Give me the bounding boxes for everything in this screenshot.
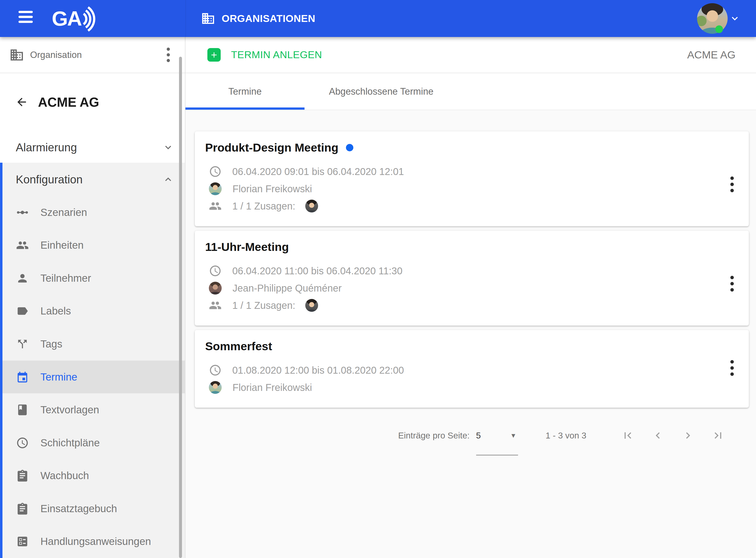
sidebar-context-label: Organisation (30, 50, 82, 60)
organizer-name: Florian Freikowski (233, 183, 312, 195)
clipboard-icon (16, 469, 29, 482)
book-icon (16, 403, 29, 416)
sidebar-item-labels[interactable]: Labels (0, 295, 185, 328)
main-toolbar: TERMIN ANLEGEN ACME AG (186, 37, 756, 73)
signal-arcs-icon (80, 5, 100, 32)
organizer-avatar (209, 381, 222, 394)
tab-bar: Termine Abgeschlossene Termine (186, 73, 756, 110)
tab-termine[interactable]: Termine (186, 73, 304, 110)
sidebar-nav-list: Szenarien Einheiten (0, 196, 185, 558)
split-icon (16, 338, 29, 351)
sidebar: Organisation ACME AG Alarmierung Konfigu… (0, 37, 186, 558)
sidebar-item-wachbuch[interactable]: Wachbuch (0, 459, 185, 492)
clipboard-icon (16, 502, 29, 515)
termin-menu-icon[interactable] (725, 356, 739, 380)
sidebar-scrollbar[interactable] (179, 57, 182, 558)
group-icon (16, 239, 29, 252)
termin-menu-icon[interactable] (725, 173, 739, 196)
organizer-name: Jean-Philippe Quéméner (233, 283, 342, 294)
app-root: GA ORGANISATIONEN O (0, 0, 756, 558)
menu-icon[interactable] (19, 11, 33, 26)
chevron-up-icon (162, 174, 174, 185)
termin-time-row: 06.04.2020 11:00 bis 06.04.2020 11:30 (209, 263, 749, 278)
sidebar-group-konfiguration[interactable]: Konfiguration (0, 163, 185, 196)
page-header: ORGANISATIONEN (201, 0, 315, 37)
clock-icon (209, 165, 222, 178)
chevron-down-icon (162, 142, 174, 153)
chevron-down-icon[interactable] (729, 12, 741, 24)
organizer-avatar (209, 282, 222, 295)
app-logo-text: GA (52, 5, 81, 32)
termin-menu-icon[interactable] (725, 272, 739, 296)
clock-icon (16, 436, 29, 449)
label-icon (16, 305, 29, 318)
first-page-icon[interactable] (619, 426, 637, 445)
per-page-value: 5 (476, 426, 481, 445)
next-page-icon[interactable] (679, 426, 697, 445)
ballot-icon (16, 535, 29, 548)
dropdown-arrow-icon: ▼ (510, 426, 517, 445)
termin-organizer-row: Florian Freikowski (209, 181, 749, 196)
per-page-select[interactable]: 5 ▼ (476, 426, 518, 455)
termin-title: Produkt-Design Meeting (205, 141, 339, 154)
sidebar-org-title: ACME AG (38, 95, 99, 110)
termin-acceptance-row: 1 / 1 Zusagen: (209, 199, 749, 213)
clock-icon (209, 264, 222, 277)
per-page-label: Einträge pro Seite: (398, 426, 470, 445)
sidebar-item-einsatztagebuch[interactable]: Einsatztagebuch (0, 492, 185, 525)
user-avatar[interactable] (697, 3, 728, 34)
termin-card[interactable]: 11-Uhr-Meeting 06.04.2020 11:00 bis 06.0… (195, 231, 749, 326)
main-area: TERMIN ANLEGEN ACME AG Termine Abgeschlo… (186, 37, 756, 558)
sidebar-item-teilnehmer[interactable]: Teilnehmer (0, 262, 185, 295)
termine-list: Produkt-Design Meeting 06.04.2020 09:01 … (186, 110, 756, 558)
app-logo: GA (52, 4, 100, 32)
last-page-icon[interactable] (709, 426, 727, 445)
sidebar-section-konfiguration: Konfiguration Szenarien (0, 163, 185, 558)
top-bar: GA ORGANISATIONEN (0, 0, 756, 37)
termin-title: Sommerfest (205, 339, 272, 353)
clock-icon (209, 364, 222, 377)
organization-building-icon (201, 11, 215, 26)
sidebar-item-einheiten[interactable]: Einheiten (0, 229, 185, 262)
attendee-avatar (305, 200, 318, 212)
previous-page-icon[interactable] (649, 426, 667, 445)
termin-card[interactable]: Sommerfest 01.08.2020 12:00 bis 01.08.20… (195, 330, 749, 408)
scenario-icon (16, 206, 29, 219)
sidebar-context-row: Organisation (0, 37, 185, 73)
online-status-dot (715, 25, 723, 33)
sidebar-item-schichtplaene[interactable]: Schichtpläne (0, 426, 185, 459)
sidebar-item-handlungsanweisungen[interactable]: Handlungsanweisungen (0, 525, 185, 558)
termin-title: 11-Uhr-Meeting (205, 240, 289, 254)
tab-abgeschlossene-termine[interactable]: Abgeschlossene Termine (304, 73, 458, 110)
sidebar-group-alarmierung[interactable]: Alarmierung (0, 131, 185, 164)
termin-time-row: 06.04.2020 09:01 bis 06.04.2020 12:01 (209, 164, 749, 179)
person-icon (16, 272, 29, 285)
pager-controls (619, 426, 727, 445)
termin-organizer-row: Jean-Philippe Quéméner (209, 281, 749, 296)
organizer-avatar (209, 182, 222, 195)
sidebar-item-szenarien[interactable]: Szenarien (0, 196, 185, 229)
page-title: ORGANISATIONEN (222, 13, 315, 24)
pagination-bar: Einträge pro Seite: 5 ▼ 1 - 3 von 3 (195, 426, 749, 455)
termin-time: 06.04.2020 11:00 bis 06.04.2020 11:30 (232, 265, 403, 277)
sidebar-item-textvorlagen[interactable]: Textvorlagen (0, 394, 185, 426)
org-name-heading: ACME AG (687, 49, 735, 61)
attendee-avatar (305, 299, 318, 312)
people-icon (209, 299, 222, 312)
context-menu-icon[interactable] (163, 45, 173, 65)
create-termin-button[interactable]: TERMIN ANLEGEN (208, 48, 322, 61)
sidebar-item-tags[interactable]: Tags (0, 328, 185, 361)
org-back-row[interactable]: ACME AG (0, 94, 99, 110)
termin-acceptance-row: 1 / 1 Zusagen: (209, 298, 749, 313)
pagination-range: 1 - 3 von 3 (546, 426, 586, 445)
sidebar-item-termine[interactable]: Termine (0, 361, 185, 394)
plus-icon (208, 48, 221, 61)
acceptance-count: 1 / 1 Zusagen: (232, 201, 295, 212)
acceptance-count: 1 / 1 Zusagen: (232, 300, 295, 311)
people-icon (209, 200, 222, 212)
termin-time-row: 01.08.2020 12:00 bis 01.08.2020 22:00 (209, 363, 749, 378)
active-indicator-dot (346, 144, 353, 151)
termin-card[interactable]: Produkt-Design Meeting 06.04.2020 09:01 … (195, 131, 749, 226)
organization-building-icon (9, 48, 24, 62)
arrow-back-icon[interactable] (15, 96, 28, 108)
